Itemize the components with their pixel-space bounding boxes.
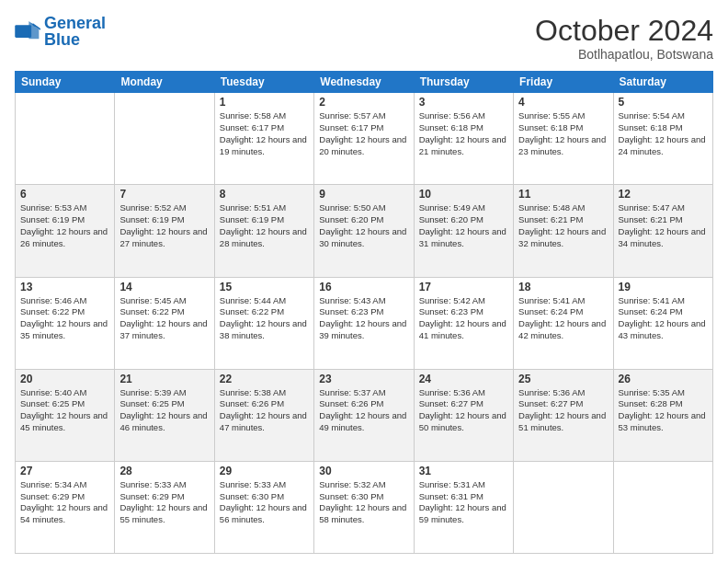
calendar-cell: 20Sunrise: 5:40 AM Sunset: 6:25 PM Dayli…	[16, 369, 115, 461]
day-number: 17	[419, 281, 508, 293]
day-number: 23	[319, 373, 408, 385]
logo-text: GeneralBlue	[44, 15, 106, 48]
day-number: 12	[619, 188, 708, 201]
day-info: Sunrise: 5:46 AM Sunset: 6:22 PM Dayligh…	[20, 295, 109, 342]
day-info: Sunrise: 5:47 AM Sunset: 6:21 PM Dayligh…	[619, 202, 708, 249]
calendar-cell: 11Sunrise: 5:48 AM Sunset: 6:21 PM Dayli…	[514, 185, 613, 277]
calendar-cell	[16, 93, 115, 185]
day-info: Sunrise: 5:44 AM Sunset: 6:22 PM Dayligh…	[220, 295, 309, 342]
calendar-week-row: 20Sunrise: 5:40 AM Sunset: 6:25 PM Dayli…	[16, 369, 713, 461]
weekday-header-thursday: Thursday	[414, 72, 513, 93]
day-number: 6	[20, 188, 109, 201]
day-info: Sunrise: 5:42 AM Sunset: 6:23 PM Dayligh…	[419, 295, 508, 342]
day-info: Sunrise: 5:41 AM Sunset: 6:24 PM Dayligh…	[619, 295, 708, 342]
day-number: 26	[619, 373, 708, 385]
calendar-cell	[514, 461, 613, 553]
calendar-cell: 25Sunrise: 5:36 AM Sunset: 6:27 PM Dayli…	[514, 369, 613, 461]
calendar-cell: 16Sunrise: 5:43 AM Sunset: 6:23 PM Dayli…	[314, 277, 414, 369]
day-info: Sunrise: 5:34 AM Sunset: 6:29 PM Dayligh…	[20, 479, 109, 526]
calendar-week-row: 1Sunrise: 5:58 AM Sunset: 6:17 PM Daylig…	[16, 93, 713, 185]
day-number: 4	[518, 96, 608, 109]
day-number: 15	[220, 281, 309, 293]
day-number: 18	[518, 281, 608, 293]
calendar-cell: 14Sunrise: 5:45 AM Sunset: 6:22 PM Dayli…	[115, 277, 214, 369]
day-info: Sunrise: 5:54 AM Sunset: 6:18 PM Dayligh…	[619, 110, 708, 157]
title-block: October 2024 Botlhapatlou, Botswana	[535, 15, 713, 62]
day-number: 9	[319, 188, 408, 201]
calendar-cell: 22Sunrise: 5:38 AM Sunset: 6:26 PM Dayli…	[214, 369, 313, 461]
day-number: 21	[119, 373, 209, 385]
day-number: 27	[20, 465, 109, 477]
weekday-header-sunday: Sunday	[16, 72, 115, 93]
calendar-cell	[613, 461, 712, 553]
day-number: 13	[20, 281, 109, 293]
day-number: 14	[119, 281, 209, 293]
weekday-header-tuesday: Tuesday	[214, 72, 313, 93]
day-info: Sunrise: 5:49 AM Sunset: 6:20 PM Dayligh…	[419, 202, 508, 249]
day-info: Sunrise: 5:45 AM Sunset: 6:22 PM Dayligh…	[119, 295, 209, 342]
day-info: Sunrise: 5:52 AM Sunset: 6:19 PM Dayligh…	[119, 202, 209, 249]
day-info: Sunrise: 5:56 AM Sunset: 6:18 PM Dayligh…	[419, 110, 508, 157]
day-number: 2	[319, 96, 408, 109]
page-header: GeneralBlue October 2024 Botlhapatlou, B…	[15, 15, 713, 62]
weekday-header-saturday: Saturday	[613, 72, 712, 93]
calendar-cell: 18Sunrise: 5:41 AM Sunset: 6:24 PM Dayli…	[514, 277, 613, 369]
calendar-cell: 1Sunrise: 5:58 AM Sunset: 6:17 PM Daylig…	[214, 93, 313, 185]
day-number: 22	[220, 373, 309, 385]
calendar-cell: 31Sunrise: 5:31 AM Sunset: 6:31 PM Dayli…	[414, 461, 513, 553]
calendar-cell: 4Sunrise: 5:55 AM Sunset: 6:18 PM Daylig…	[514, 93, 613, 185]
calendar-cell	[115, 93, 214, 185]
calendar-week-row: 13Sunrise: 5:46 AM Sunset: 6:22 PM Dayli…	[16, 277, 713, 369]
day-number: 10	[419, 188, 508, 201]
calendar-cell: 5Sunrise: 5:54 AM Sunset: 6:18 PM Daylig…	[613, 93, 712, 185]
weekday-header-row: SundayMondayTuesdayWednesdayThursdayFrid…	[16, 72, 713, 93]
day-number: 28	[119, 465, 209, 477]
day-info: Sunrise: 5:39 AM Sunset: 6:25 PM Dayligh…	[119, 387, 209, 434]
logo-icon	[15, 21, 40, 41]
day-info: Sunrise: 5:33 AM Sunset: 6:30 PM Dayligh…	[220, 479, 309, 526]
calendar-table: SundayMondayTuesdayWednesdayThursdayFrid…	[15, 71, 713, 554]
calendar-cell: 21Sunrise: 5:39 AM Sunset: 6:25 PM Dayli…	[115, 369, 214, 461]
weekday-header-monday: Monday	[115, 72, 214, 93]
calendar-cell: 23Sunrise: 5:37 AM Sunset: 6:26 PM Dayli…	[314, 369, 414, 461]
calendar-cell: 13Sunrise: 5:46 AM Sunset: 6:22 PM Dayli…	[16, 277, 115, 369]
day-info: Sunrise: 5:58 AM Sunset: 6:17 PM Dayligh…	[220, 110, 309, 157]
day-info: Sunrise: 5:55 AM Sunset: 6:18 PM Dayligh…	[518, 110, 608, 157]
day-info: Sunrise: 5:32 AM Sunset: 6:30 PM Dayligh…	[319, 479, 408, 526]
calendar-cell: 28Sunrise: 5:33 AM Sunset: 6:29 PM Dayli…	[115, 461, 214, 553]
day-info: Sunrise: 5:57 AM Sunset: 6:17 PM Dayligh…	[319, 110, 408, 157]
day-number: 11	[518, 188, 608, 201]
day-info: Sunrise: 5:33 AM Sunset: 6:29 PM Dayligh…	[119, 479, 209, 526]
calendar-cell: 26Sunrise: 5:35 AM Sunset: 6:28 PM Dayli…	[613, 369, 712, 461]
calendar-week-row: 6Sunrise: 5:53 AM Sunset: 6:19 PM Daylig…	[16, 185, 713, 277]
day-number: 31	[419, 465, 508, 477]
calendar-cell: 2Sunrise: 5:57 AM Sunset: 6:17 PM Daylig…	[314, 93, 414, 185]
calendar-cell: 17Sunrise: 5:42 AM Sunset: 6:23 PM Dayli…	[414, 277, 513, 369]
day-number: 5	[619, 96, 708, 109]
calendar-cell: 29Sunrise: 5:33 AM Sunset: 6:30 PM Dayli…	[214, 461, 313, 553]
day-info: Sunrise: 5:43 AM Sunset: 6:23 PM Dayligh…	[319, 295, 408, 342]
day-number: 24	[419, 373, 508, 385]
calendar-cell: 19Sunrise: 5:41 AM Sunset: 6:24 PM Dayli…	[613, 277, 712, 369]
calendar-cell: 6Sunrise: 5:53 AM Sunset: 6:19 PM Daylig…	[16, 185, 115, 277]
day-number: 7	[119, 188, 209, 201]
day-number: 20	[20, 373, 109, 385]
calendar-cell: 8Sunrise: 5:51 AM Sunset: 6:19 PM Daylig…	[214, 185, 313, 277]
location: Botlhapatlou, Botswana	[535, 47, 713, 62]
day-info: Sunrise: 5:35 AM Sunset: 6:28 PM Dayligh…	[619, 387, 708, 434]
calendar-cell: 10Sunrise: 5:49 AM Sunset: 6:20 PM Dayli…	[414, 185, 513, 277]
day-number: 3	[419, 96, 508, 109]
day-info: Sunrise: 5:37 AM Sunset: 6:26 PM Dayligh…	[319, 387, 408, 434]
day-number: 19	[619, 281, 708, 293]
calendar-cell: 24Sunrise: 5:36 AM Sunset: 6:27 PM Dayli…	[414, 369, 513, 461]
day-info: Sunrise: 5:51 AM Sunset: 6:19 PM Dayligh…	[220, 202, 309, 249]
day-info: Sunrise: 5:36 AM Sunset: 6:27 PM Dayligh…	[518, 387, 608, 434]
day-info: Sunrise: 5:53 AM Sunset: 6:19 PM Dayligh…	[20, 202, 109, 249]
month-title: October 2024	[535, 15, 713, 47]
day-info: Sunrise: 5:31 AM Sunset: 6:31 PM Dayligh…	[419, 479, 508, 526]
day-info: Sunrise: 5:48 AM Sunset: 6:21 PM Dayligh…	[518, 202, 608, 249]
day-info: Sunrise: 5:41 AM Sunset: 6:24 PM Dayligh…	[518, 295, 608, 342]
day-number: 30	[319, 465, 408, 477]
calendar-cell: 30Sunrise: 5:32 AM Sunset: 6:30 PM Dayli…	[314, 461, 414, 553]
calendar-cell: 27Sunrise: 5:34 AM Sunset: 6:29 PM Dayli…	[16, 461, 115, 553]
